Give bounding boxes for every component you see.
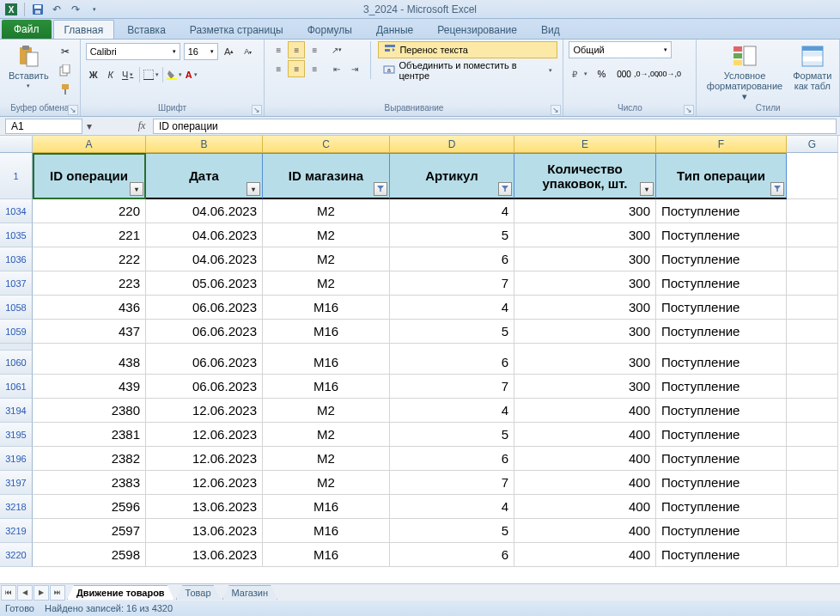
col-header-D[interactable]: D (390, 136, 514, 153)
cell[interactable]: Поступление (656, 399, 787, 423)
copy-icon[interactable] (56, 62, 75, 79)
col-header-E[interactable]: E (514, 136, 656, 153)
cell[interactable]: 7 (390, 271, 514, 296)
row-header[interactable]: 3220 (0, 543, 33, 567)
cell[interactable]: 400 (514, 399, 656, 423)
border-icon[interactable] (143, 67, 159, 82)
align-center-icon[interactable]: ≡ (288, 60, 305, 77)
col-header-G[interactable]: G (787, 136, 838, 153)
cell[interactable]: 2598 (33, 543, 146, 567)
row-header[interactable]: 3196 (0, 447, 33, 471)
cell[interactable] (787, 543, 838, 567)
cell[interactable]: 5 (390, 320, 514, 344)
cell[interactable]: Поступление (656, 471, 787, 495)
align-right-icon[interactable]: ≡ (306, 60, 323, 77)
cut-icon[interactable]: ✂ (56, 43, 75, 60)
ribbon-tab-5[interactable]: Рецензирование (426, 20, 528, 39)
filter-icon[interactable] (640, 182, 654, 196)
cell[interactable]: 13.06.2023 (146, 495, 263, 519)
cell[interactable]: Поступление (656, 199, 787, 223)
cell[interactable]: 4 (390, 199, 514, 223)
cell[interactable]: 04.06.2023 (146, 199, 263, 223)
select-all-corner[interactable] (0, 136, 33, 153)
italic-button[interactable]: К (103, 67, 119, 82)
cell[interactable]: 04.06.2023 (146, 223, 263, 247)
sheet-tab[interactable]: Магазин (222, 585, 277, 600)
cell[interactable] (787, 519, 838, 543)
header-cell[interactable]: ID операции (33, 153, 146, 199)
header-cell[interactable]: Артикул (390, 153, 514, 199)
filter-icon[interactable] (247, 182, 260, 196)
col-header-F[interactable]: F (656, 136, 787, 153)
alignment-launcher-icon[interactable]: ↘ (551, 105, 561, 115)
cell[interactable]: 7 (390, 375, 514, 399)
wrap-text-button[interactable]: Перенос текста (378, 41, 557, 58)
cell[interactable]: Поступление (656, 495, 787, 519)
file-tab[interactable]: Файл (2, 20, 52, 39)
cell[interactable]: 400 (514, 423, 656, 447)
cell[interactable]: 12.06.2023 (146, 423, 263, 447)
cell[interactable]: M2 (263, 199, 390, 223)
col-header-B[interactable]: B (146, 136, 263, 153)
cell[interactable]: Поступление (656, 320, 787, 344)
cell[interactable] (787, 223, 838, 247)
cell[interactable]: Поступление (656, 519, 787, 543)
row-header[interactable]: 1036 (0, 247, 33, 271)
cell[interactable]: 13.06.2023 (146, 543, 263, 567)
cell[interactable]: 4 (390, 399, 514, 423)
row-header[interactable]: 3194 (0, 399, 33, 423)
header-cell[interactable]: Количество упаковок, шт. (514, 153, 656, 199)
decrease-indent-icon[interactable]: ⇤ (328, 60, 345, 77)
row-header[interactable]: 3218 (0, 495, 33, 519)
cell[interactable] (787, 153, 838, 199)
cell[interactable] (787, 471, 838, 495)
cell[interactable] (787, 296, 838, 320)
col-header-C[interactable]: C (263, 136, 390, 153)
font-color-icon[interactable]: A (184, 67, 199, 82)
cell[interactable]: 06.06.2023 (146, 375, 263, 399)
filter-icon[interactable] (130, 182, 143, 196)
cell[interactable]: Поступление (656, 423, 787, 447)
cell[interactable] (787, 447, 838, 471)
font-launcher-icon[interactable]: ↘ (252, 105, 262, 115)
cell[interactable]: 223 (33, 271, 146, 296)
decrease-decimal-icon[interactable]: ,00→,0 (658, 65, 679, 82)
sheet-nav-first-icon[interactable]: ⏮ (1, 585, 16, 601)
font-name-combo[interactable]: Calibri▾ (86, 43, 180, 60)
cell[interactable]: Поступление (656, 447, 787, 471)
cell[interactable]: 438 (33, 351, 146, 375)
row-header[interactable]: 1035 (0, 223, 33, 247)
row-header[interactable]: 3219 (0, 519, 33, 543)
cell[interactable]: 300 (514, 351, 656, 375)
cell[interactable]: Поступление (656, 223, 787, 247)
qat-customize-icon[interactable]: ▾ (87, 2, 102, 17)
cell[interactable]: 06.06.2023 (146, 320, 263, 344)
cell[interactable]: 220 (33, 199, 146, 223)
cell[interactable]: Поступление (656, 247, 787, 271)
cell[interactable]: 400 (514, 519, 656, 543)
cell[interactable]: 12.06.2023 (146, 471, 263, 495)
cell[interactable] (787, 423, 838, 447)
cell[interactable]: 6 (390, 543, 514, 567)
align-left-icon[interactable]: ≡ (270, 60, 287, 77)
cell[interactable]: 2383 (33, 471, 146, 495)
sheet-tab[interactable]: Товар (176, 585, 221, 600)
orientation-icon[interactable]: ↗▾ (328, 41, 345, 58)
formula-bar[interactable]: ID операции (153, 119, 837, 134)
cell[interactable]: 400 (514, 471, 656, 495)
cell[interactable]: 04.06.2023 (146, 247, 263, 271)
cell[interactable] (787, 375, 838, 399)
ribbon-tab-4[interactable]: Данные (365, 20, 424, 39)
cell[interactable]: 5 (390, 519, 514, 543)
cell[interactable] (787, 351, 838, 375)
comma-icon[interactable]: 000 (613, 65, 634, 82)
cell[interactable]: Поступление (656, 543, 787, 567)
cell[interactable]: 2597 (33, 519, 146, 543)
cell[interactable]: M16 (263, 296, 390, 320)
cell[interactable]: M16 (263, 519, 390, 543)
cell[interactable]: 05.06.2023 (146, 271, 263, 296)
cell[interactable]: 7 (390, 471, 514, 495)
cell[interactable]: 300 (514, 320, 656, 344)
cell[interactable]: Поступление (656, 375, 787, 399)
paste-button[interactable]: Вставить ▾ (5, 41, 52, 91)
